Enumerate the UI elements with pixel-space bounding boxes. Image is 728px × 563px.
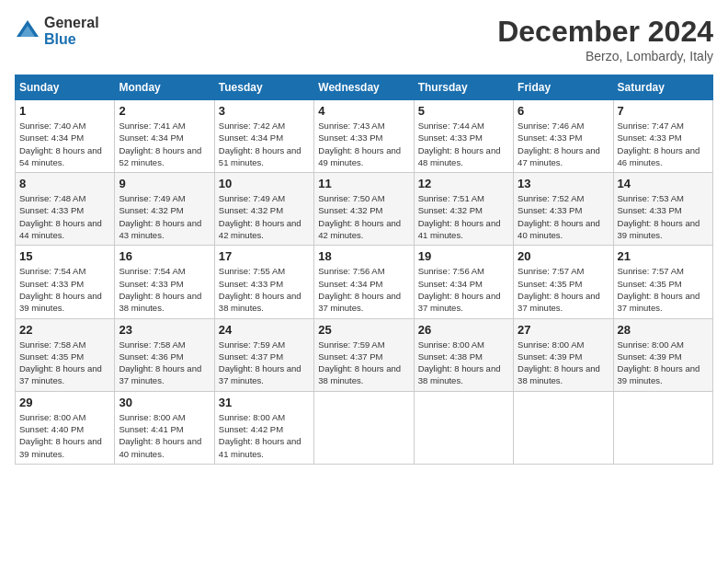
cell-details: Sunrise: 8:00 AM Sunset: 4:41 PM Dayligh…: [119, 411, 210, 460]
calendar-cell-day-4: 4Sunrise: 7:43 AM Sunset: 4:33 PM Daylig…: [314, 100, 414, 173]
location: Berzo, Lombardy, Italy: [497, 49, 713, 63]
day-number: 21: [618, 249, 709, 263]
calendar-week-1: 1Sunrise: 7:40 AM Sunset: 4:34 PM Daylig…: [16, 100, 713, 173]
cell-details: Sunrise: 7:40 AM Sunset: 4:34 PM Dayligh…: [19, 120, 110, 168]
day-number: 23: [119, 323, 210, 337]
empty-cell: [314, 391, 414, 464]
calendar-cell-day-3: 3Sunrise: 7:42 AM Sunset: 4:34 PM Daylig…: [214, 100, 313, 173]
calendar-week-3: 15Sunrise: 7:54 AM Sunset: 4:33 PM Dayli…: [16, 246, 713, 318]
cell-details: Sunrise: 8:00 AM Sunset: 4:39 PM Dayligh…: [518, 339, 609, 387]
day-number: 17: [219, 249, 310, 263]
day-number: 26: [418, 323, 509, 337]
day-number: 28: [618, 323, 709, 337]
cell-details: Sunrise: 7:58 AM Sunset: 4:35 PM Dayligh…: [19, 339, 110, 387]
day-number: 4: [318, 104, 409, 118]
calendar-cell-day-12: 12Sunrise: 7:51 AM Sunset: 4:32 PM Dayli…: [414, 173, 513, 246]
day-number: 18: [318, 249, 409, 263]
cell-details: Sunrise: 7:47 AM Sunset: 4:33 PM Dayligh…: [618, 120, 709, 168]
day-number: 31: [219, 396, 310, 409]
cell-details: Sunrise: 7:43 AM Sunset: 4:33 PM Dayligh…: [318, 120, 409, 168]
cell-details: Sunrise: 7:51 AM Sunset: 4:32 PM Dayligh…: [418, 192, 509, 241]
calendar-week-4: 22Sunrise: 7:58 AM Sunset: 4:35 PM Dayli…: [16, 318, 713, 391]
calendar-cell-day-1: 1Sunrise: 7:40 AM Sunset: 4:34 PM Daylig…: [16, 100, 115, 173]
day-number: 5: [418, 104, 509, 118]
cell-details: Sunrise: 7:56 AM Sunset: 4:34 PM Dayligh…: [318, 265, 409, 314]
cell-details: Sunrise: 7:58 AM Sunset: 4:36 PM Dayligh…: [119, 339, 210, 387]
cell-details: Sunrise: 7:55 AM Sunset: 4:33 PM Dayligh…: [219, 265, 310, 314]
calendar-header-friday: Friday: [514, 75, 613, 100]
cell-details: Sunrise: 7:59 AM Sunset: 4:37 PM Dayligh…: [219, 339, 310, 387]
day-number: 29: [19, 396, 110, 409]
calendar-cell-day-22: 22Sunrise: 7:58 AM Sunset: 4:35 PM Dayli…: [16, 318, 115, 391]
day-number: 24: [219, 323, 310, 337]
cell-details: Sunrise: 7:44 AM Sunset: 4:33 PM Dayligh…: [418, 120, 509, 168]
calendar-cell-day-13: 13Sunrise: 7:52 AM Sunset: 4:33 PM Dayli…: [514, 173, 613, 246]
calendar-cell-day-28: 28Sunrise: 8:00 AM Sunset: 4:39 PM Dayli…: [613, 318, 712, 391]
calendar-cell-day-27: 27Sunrise: 8:00 AM Sunset: 4:39 PM Dayli…: [514, 318, 613, 391]
calendar-cell-day-31: 31Sunrise: 8:00 AM Sunset: 4:42 PM Dayli…: [214, 391, 313, 464]
day-number: 20: [518, 249, 609, 263]
cell-details: Sunrise: 7:46 AM Sunset: 4:33 PM Dayligh…: [518, 120, 609, 168]
calendar-cell-day-25: 25Sunrise: 7:59 AM Sunset: 4:37 PM Dayli…: [314, 318, 414, 391]
day-number: 7: [618, 104, 709, 118]
title-block: December 2024 Berzo, Lombardy, Italy: [497, 15, 713, 63]
logo-text: General Blue: [44, 15, 99, 47]
cell-details: Sunrise: 7:59 AM Sunset: 4:37 PM Dayligh…: [318, 339, 409, 387]
empty-cell: [613, 391, 712, 464]
cell-details: Sunrise: 7:57 AM Sunset: 4:35 PM Dayligh…: [618, 265, 709, 314]
cell-details: Sunrise: 8:00 AM Sunset: 4:40 PM Dayligh…: [19, 411, 110, 460]
calendar-cell-day-15: 15Sunrise: 7:54 AM Sunset: 4:33 PM Dayli…: [16, 246, 115, 318]
day-number: 13: [518, 177, 609, 190]
calendar-cell-day-17: 17Sunrise: 7:55 AM Sunset: 4:33 PM Dayli…: [214, 246, 313, 318]
calendar-header-row: SundayMondayTuesdayWednesdayThursdayFrid…: [16, 75, 713, 100]
calendar-cell-day-9: 9Sunrise: 7:49 AM Sunset: 4:32 PM Daylig…: [115, 173, 214, 246]
calendar: SundayMondayTuesdayWednesdayThursdayFrid…: [15, 75, 713, 465]
page: General Blue December 2024 Berzo, Lombar…: [0, 0, 728, 563]
day-number: 25: [318, 323, 409, 337]
cell-details: Sunrise: 7:49 AM Sunset: 4:32 PM Dayligh…: [119, 192, 210, 241]
calendar-cell-day-24: 24Sunrise: 7:59 AM Sunset: 4:37 PM Dayli…: [214, 318, 313, 391]
logo-blue: Blue: [44, 31, 99, 48]
calendar-cell-day-2: 2Sunrise: 7:41 AM Sunset: 4:34 PM Daylig…: [115, 100, 214, 173]
calendar-cell-day-29: 29Sunrise: 8:00 AM Sunset: 4:40 PM Dayli…: [16, 391, 115, 464]
calendar-cell-day-11: 11Sunrise: 7:50 AM Sunset: 4:32 PM Dayli…: [314, 173, 414, 246]
day-number: 1: [19, 104, 110, 118]
calendar-cell-day-6: 6Sunrise: 7:46 AM Sunset: 4:33 PM Daylig…: [514, 100, 613, 173]
day-number: 3: [219, 104, 310, 118]
calendar-header-monday: Monday: [115, 75, 214, 100]
day-number: 16: [119, 249, 210, 263]
cell-details: Sunrise: 7:56 AM Sunset: 4:34 PM Dayligh…: [418, 265, 509, 314]
logo: General Blue: [15, 15, 99, 47]
day-number: 14: [618, 177, 709, 190]
calendar-cell-day-21: 21Sunrise: 7:57 AM Sunset: 4:35 PM Dayli…: [613, 246, 712, 318]
header: General Blue December 2024 Berzo, Lombar…: [15, 15, 713, 63]
calendar-header-wednesday: Wednesday: [314, 75, 414, 100]
day-number: 27: [518, 323, 609, 337]
cell-details: Sunrise: 7:41 AM Sunset: 4:34 PM Dayligh…: [119, 120, 210, 168]
day-number: 2: [119, 104, 210, 118]
calendar-cell-day-20: 20Sunrise: 7:57 AM Sunset: 4:35 PM Dayli…: [514, 246, 613, 318]
day-number: 9: [119, 177, 210, 190]
cell-details: Sunrise: 7:48 AM Sunset: 4:33 PM Dayligh…: [19, 192, 110, 241]
empty-cell: [414, 391, 513, 464]
cell-details: Sunrise: 7:53 AM Sunset: 4:33 PM Dayligh…: [618, 192, 709, 241]
day-number: 12: [418, 177, 509, 190]
day-number: 11: [318, 177, 409, 190]
day-number: 6: [518, 104, 609, 118]
logo-general: General: [44, 15, 99, 31]
calendar-cell-day-23: 23Sunrise: 7:58 AM Sunset: 4:36 PM Dayli…: [115, 318, 214, 391]
day-number: 8: [19, 177, 110, 190]
calendar-cell-day-8: 8Sunrise: 7:48 AM Sunset: 4:33 PM Daylig…: [16, 173, 115, 246]
cell-details: Sunrise: 7:50 AM Sunset: 4:32 PM Dayligh…: [318, 192, 409, 241]
calendar-cell-day-5: 5Sunrise: 7:44 AM Sunset: 4:33 PM Daylig…: [414, 100, 513, 173]
cell-details: Sunrise: 8:00 AM Sunset: 4:38 PM Dayligh…: [418, 339, 509, 387]
calendar-header-sunday: Sunday: [16, 75, 115, 100]
calendar-cell-day-10: 10Sunrise: 7:49 AM Sunset: 4:32 PM Dayli…: [214, 173, 313, 246]
calendar-week-5: 29Sunrise: 8:00 AM Sunset: 4:40 PM Dayli…: [16, 391, 713, 464]
cell-details: Sunrise: 7:54 AM Sunset: 4:33 PM Dayligh…: [119, 265, 210, 314]
cell-details: Sunrise: 7:54 AM Sunset: 4:33 PM Dayligh…: [19, 265, 110, 314]
month-title: December 2024: [497, 15, 713, 49]
cell-details: Sunrise: 8:00 AM Sunset: 4:39 PM Dayligh…: [618, 339, 709, 387]
calendar-cell-day-7: 7Sunrise: 7:47 AM Sunset: 4:33 PM Daylig…: [613, 100, 712, 173]
day-number: 15: [19, 249, 110, 263]
